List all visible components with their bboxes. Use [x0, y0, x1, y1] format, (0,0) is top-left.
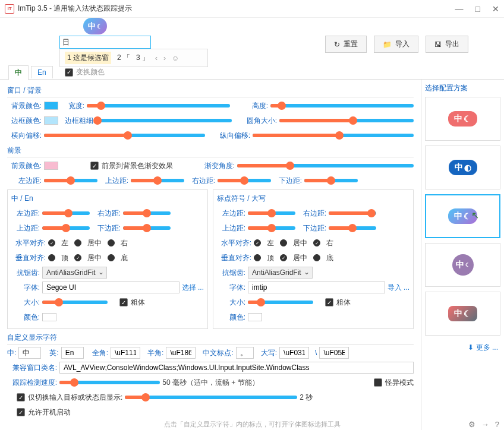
bgcolor-swatch[interactable]: [44, 102, 58, 110]
zhen-left-slider[interactable]: [42, 211, 90, 215]
tab-en[interactable]: En: [31, 66, 53, 78]
punct-left-slider[interactable]: [248, 211, 295, 215]
import-button[interactable]: 📁导入: [374, 36, 418, 53]
custom-caps-input[interactable]: [279, 347, 309, 359]
punct-bold-check[interactable]: 粗体: [325, 298, 351, 308]
fg-left-slider[interactable]: [44, 179, 97, 182]
punct-valign-group[interactable]: 顶 居中 底: [254, 253, 333, 263]
width-slider[interactable]: [87, 104, 230, 108]
zhen-choose-font[interactable]: 选择 ...: [182, 283, 204, 293]
border-thick-slider[interactable]: [97, 119, 232, 122]
moon-icon: ☾: [464, 211, 471, 221]
track-row: 跟踪检测速度: 50 毫秒（适中，流畅 + 节能） 怪异模式: [7, 377, 414, 388]
track-speed-slider[interactable]: [59, 381, 160, 384]
maximize-button[interactable]: □: [475, 4, 480, 14]
moon-icon: ☾: [465, 262, 470, 268]
settings-icon[interactable]: ⚙: [468, 420, 475, 429]
moon-icon: ☾: [97, 23, 102, 30]
zhen-bold-check[interactable]: 粗体: [119, 298, 145, 308]
scheme-5[interactable]: 中☾: [425, 292, 500, 336]
compat-row: 兼容窗口类名:: [7, 362, 414, 374]
section-zhen: 中 / En 左边距: 右边距: 上边距: 下边距: 水平对齐: 左 居中 右 …: [7, 189, 208, 329]
titlebar: IT ImTip 3.5 - 通用输入法状态跟踪提示 — □ ✕: [0, 0, 504, 18]
switch-only-slider[interactable]: [125, 396, 297, 399]
switch-only-row: 仅切换输入目标或状态后显示: 2 秒: [7, 391, 414, 403]
change-color-check[interactable]: 变换颜色: [65, 67, 105, 77]
radius-slider[interactable]: [279, 119, 414, 122]
window-title: ImTip 3.5 - 通用输入法状态跟踪提示: [18, 4, 455, 14]
punct-bottom-slider[interactable]: [329, 226, 376, 230]
fg-right-slider[interactable]: [218, 179, 271, 182]
switch-only-check[interactable]: 仅切换输入目标或状态后显示:: [17, 393, 122, 403]
custom-slash-input[interactable]: [319, 347, 349, 359]
download-icon: ⬇: [468, 343, 474, 352]
border-color-swatch[interactable]: [44, 116, 58, 125]
minimize-button[interactable]: —: [455, 4, 464, 14]
section-custom-chars: 自定义显示字符 中: 英: 全角: 半角: 中文标点: 大写: \: [7, 331, 414, 359]
punct-font-input[interactable]: [248, 282, 385, 293]
grad-angle-slider[interactable]: [237, 164, 414, 167]
tabs: 中 En 变换颜色: [0, 65, 504, 80]
moon-icon: ☾: [464, 114, 471, 124]
punct-size-slider[interactable]: [248, 301, 313, 304]
custom-full-input[interactable]: [111, 347, 140, 359]
fgcolor-swatch[interactable]: [44, 162, 58, 170]
hoffset-slider[interactable]: [44, 134, 205, 137]
voffset-slider[interactable]: [253, 134, 414, 137]
scheme-4[interactable]: 中☾: [425, 243, 500, 287]
section-window-bg: 窗口 / 背景 背景颜色: 宽度: 高度: 边框颜色: 边框粗细: 圆角大小: …: [7, 84, 414, 141]
preview-input[interactable]: [59, 36, 151, 49]
tab-zh[interactable]: 中: [8, 65, 29, 80]
height-slider[interactable]: [270, 104, 414, 108]
zhen-right-slider[interactable]: [123, 211, 171, 215]
custom-zh-input[interactable]: [18, 347, 41, 359]
question-icon[interactable]: ?: [495, 420, 499, 429]
footer-hint: 点击「自定义显示字符」内的标点，可打开字体图标选择工具: [0, 420, 504, 429]
fg-top-slider[interactable]: [131, 179, 184, 182]
custom-cnpunct-input[interactable]: [236, 347, 254, 359]
refresh-icon: ↻: [334, 40, 340, 49]
arrow-right-icon[interactable]: →: [481, 420, 489, 429]
zhen-top-slider[interactable]: [42, 226, 90, 230]
save-icon: 🖫: [434, 40, 442, 49]
section-punct: 标点符号 / 大写 左边距: 右边距: 上边距: 下边距: 水平对齐: 左 居中…: [213, 189, 414, 329]
punct-import-font[interactable]: 导入 ...: [388, 283, 410, 293]
chevron-left-icon: ‹: [155, 54, 158, 62]
custom-en-input[interactable]: [61, 347, 84, 359]
zhen-halign-group[interactable]: 左 居中 右: [48, 238, 128, 248]
app-icon: IT: [5, 4, 14, 14]
export-button[interactable]: 🖫导出: [426, 36, 468, 53]
fg-bottom-slider[interactable]: [304, 179, 358, 182]
punct-halign-group[interactable]: 左 居中 右: [254, 238, 333, 248]
punct-antialias-select[interactable]: AntiAliasGridFit: [248, 267, 313, 279]
preview-badge: 中☾: [83, 18, 107, 34]
smile-icon: ☺: [172, 54, 179, 62]
weird-mode-check[interactable]: 怪异模式: [374, 378, 414, 388]
custom-half-input[interactable]: [166, 347, 196, 359]
scheme-1[interactable]: 中☾: [425, 97, 500, 141]
autostart-check[interactable]: 允许开机启动: [17, 407, 71, 418]
punct-color-swatch[interactable]: [248, 313, 262, 321]
zhen-size-slider[interactable]: [42, 301, 108, 304]
close-button[interactable]: ✕: [492, 4, 499, 14]
punct-top-slider[interactable]: [248, 226, 295, 230]
moon-icon: ☾: [464, 309, 471, 318]
folder-icon: 📁: [383, 40, 392, 49]
punct-right-slider[interactable]: [329, 211, 376, 215]
gradient-check[interactable]: 前景到背景色渐变效果: [90, 161, 173, 171]
reset-button[interactable]: ↻重置: [325, 36, 367, 53]
preview-area: 中☾ 1 这是候选窗 2 「 3 」 ‹ › ☺ ↻重置 📁导入 🖫导出: [0, 18, 504, 65]
scheme-3[interactable]: 中☾ ↖: [425, 194, 500, 238]
zhen-valign-group[interactable]: 顶 居中 底: [48, 253, 128, 263]
scheme-panel: 选择配置方案 中☾ 中◐ 中☾ ↖ 中☾ 中☾ ⬇ 更多 ...: [421, 80, 504, 430]
section-foreground: 前景 前景颜色: 前景到背景色渐变效果 渐变角度: 左边距: 上边距: 右边距:…: [7, 144, 414, 186]
candidate-window[interactable]: 1 这是候选窗 2 「 3 」 ‹ › ☺: [59, 49, 208, 67]
zhen-font-input[interactable]: [42, 282, 179, 293]
circle-icon: ◐: [464, 163, 471, 172]
compat-input[interactable]: [59, 362, 414, 374]
more-schemes-link[interactable]: ⬇ 更多 ...: [425, 340, 500, 355]
zhen-bottom-slider[interactable]: [123, 226, 171, 230]
scheme-2[interactable]: 中◐: [425, 146, 500, 189]
zhen-color-swatch[interactable]: [42, 313, 56, 321]
zhen-antialias-select[interactable]: AntiAliasGridFit: [42, 267, 107, 279]
